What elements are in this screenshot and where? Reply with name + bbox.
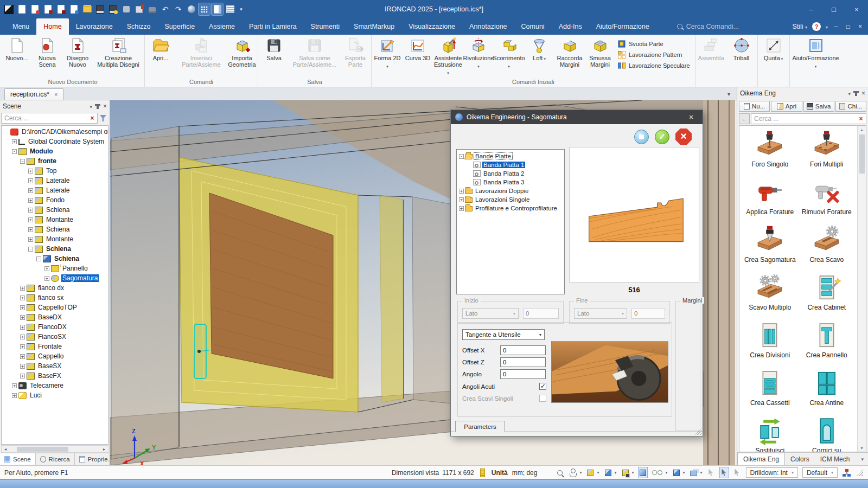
ribbon-svuota-parte[interactable]: Svuota Parte — [617, 40, 690, 48]
menu-tab[interactable]: Annotazione — [462, 18, 514, 35]
catalog-save-button[interactable]: Salva — [803, 101, 834, 112]
parameter-input[interactable]: 0 — [500, 369, 546, 379]
units-label[interactable]: Unità — [492, 469, 508, 477]
ribbon-forma-2d[interactable]: Forma 2D — [372, 36, 403, 71]
solid-display-icon[interactable] — [673, 470, 680, 476]
qat-tool-gray[interactable] — [120, 3, 132, 15]
ribbon-assistente-estrusione[interactable]: Assistente Estrusione — [433, 36, 463, 78]
document-tab-close-icon[interactable]: × — [54, 91, 58, 98]
filter-icon[interactable] — [100, 115, 106, 121]
tree-expander[interactable]: + — [20, 315, 25, 320]
suspend-button[interactable] — [634, 130, 649, 144]
tree-expander[interactable]: + — [28, 217, 33, 222]
ribbon-quota[interactable]: Quota — [758, 36, 789, 63]
config-dropdown[interactable]: Default — [802, 467, 838, 478]
catalog-open-button[interactable]: Apri — [771, 101, 802, 112]
tree-expander[interactable]: - — [12, 149, 17, 154]
catalog-new-button[interactable]: Nu... — [739, 101, 770, 112]
catalog-item-crea-pannello[interactable]: Crea Pannello — [799, 320, 856, 368]
catalog-item-crea-cabinet[interactable]: Crea Cabinet — [799, 272, 856, 320]
scroll-down-icon[interactable]: ▾ — [860, 444, 863, 452]
tree-expander[interactable]: - — [28, 247, 33, 252]
dialog-resize-grip[interactable] — [694, 428, 701, 435]
tree-expander[interactable]: - — [459, 154, 464, 159]
ribbon-lavorazione-pattern[interactable]: Lavorazione Pattern — [617, 50, 690, 59]
tree-item[interactable]: - Schiena — [2, 254, 108, 264]
tree-item[interactable]: + fianco dx — [2, 283, 108, 293]
ribbon-aiuto-formazione[interactable]: Aiuto/Formazione — [790, 36, 841, 71]
dialog-tree-item[interactable]: + Profilature e Controprofilature — [457, 204, 564, 213]
tree-expander[interactable]: + — [20, 364, 25, 369]
app-logo-icon[interactable] — [3, 3, 15, 15]
catalog-item-fori-multipli[interactable]: Fori Multipli — [799, 129, 856, 177]
parameter-input[interactable]: 0 — [500, 345, 546, 355]
tree-item[interactable]: + FiancoDX — [2, 322, 108, 332]
dialog-tree-item[interactable]: Banda Piatta 3 — [457, 178, 564, 187]
tree-expander[interactable]: + — [28, 237, 33, 242]
pointer-active-icon[interactable] — [721, 469, 727, 477]
inizio-value-field[interactable]: 0 — [523, 308, 559, 319]
qat-new-document[interactable] — [68, 3, 80, 15]
scroll-thumb[interactable] — [17, 447, 68, 452]
inizio-side-select[interactable]: Lato — [462, 308, 519, 319]
tree-expander[interactable]: + — [28, 198, 33, 203]
catalog-item-sostituisci[interactable]: Sostituisci — [742, 415, 799, 452]
tree-item[interactable]: + Top — [2, 166, 108, 176]
catalog-scrollbar[interactable]: ▴ ▾ — [857, 126, 866, 452]
ribbon-esporta[interactable]: Esporta Parte — [340, 36, 371, 69]
tree-expander[interactable]: + — [28, 169, 33, 174]
tree-expander[interactable]: + — [20, 296, 25, 300]
ribbon-importa[interactable]: Importa Geometria — [227, 36, 257, 69]
tree-item[interactable]: + BaseFX — [2, 371, 108, 381]
tree-expander[interactable]: + — [20, 305, 25, 310]
ribbon-creazione-multipla[interactable]: Creazione Multipla Disegni — [93, 36, 144, 69]
tab-overflow-icon[interactable]: ▾ — [861, 453, 868, 465]
menu-tab[interactable]: Assieme — [202, 18, 242, 35]
maximize-button[interactable]: □ — [822, 0, 845, 18]
tree-item[interactable]: + FiancoSX — [2, 332, 108, 342]
catalog-tab[interactable]: ICM Mech — [815, 453, 856, 465]
catalog-item-foro-singolo[interactable]: Foro Singolo — [742, 129, 799, 177]
menu-tab[interactable]: Visualizzazione — [401, 18, 462, 35]
tree-item[interactable]: + Frontale — [2, 342, 108, 351]
tree-item[interactable]: + BaseSX — [2, 361, 108, 371]
clear-search-icon[interactable]: × — [856, 115, 866, 123]
tree-expander[interactable]: - — [36, 256, 41, 261]
pin-icon[interactable] — [97, 104, 99, 109]
checkbox[interactable] — [539, 395, 546, 402]
ribbon-apri[interactable]: Apri... — [145, 36, 176, 62]
tree-hscrollbar[interactable]: ◂ ▸ — [1, 445, 108, 453]
tree-item[interactable]: + Sagomatura — [2, 273, 108, 283]
pin-icon[interactable] — [855, 91, 857, 96]
tree-expander[interactable]: + — [12, 393, 17, 398]
tangent-select[interactable]: Tangente a Utensile — [462, 329, 545, 340]
tree-item[interactable]: + Montante — [2, 234, 108, 244]
catalog-item-crea-divisioni[interactable]: Crea Divisioni — [742, 320, 799, 368]
qat-new-scene[interactable] — [16, 3, 28, 15]
chevron-down-icon[interactable] — [848, 89, 851, 97]
dialog-close-button[interactable]: × — [684, 113, 698, 121]
pointer-gray-icon[interactable] — [708, 469, 714, 477]
render-mode-icon[interactable] — [605, 470, 611, 476]
doc-restore-button[interactable]: □ — [845, 23, 852, 30]
catalog-item-crea-cassetti[interactable]: Crea Cassetti — [742, 368, 799, 415]
qat-save-as[interactable] — [107, 3, 119, 15]
ribbon-smussa-margini[interactable]: Smussa Margini — [585, 36, 615, 69]
dialog-tree-item[interactable]: - Bande Piatte — [457, 152, 564, 160]
qat-new-scene-template[interactable] — [29, 3, 41, 15]
catalog-tab[interactable]: Colors — [785, 453, 815, 465]
tree-item[interactable]: + Montante — [2, 215, 108, 224]
ribbon-disegno-nuovo[interactable]: Disegno Nuovo — [62, 36, 93, 69]
ok-button[interactable] — [655, 130, 669, 144]
tree-expander[interactable] — [4, 130, 9, 134]
tree-expander[interactable]: + — [20, 374, 25, 378]
qat-window-view[interactable] — [212, 3, 223, 15]
ribbon-rivoluzione[interactable]: Rivoluzione — [463, 36, 494, 71]
qat-new-drawing-template[interactable] — [55, 3, 67, 15]
tree-item[interactable]: + BaseDX — [2, 312, 108, 322]
document-tab[interactable]: reception.ics* × — [4, 88, 63, 100]
units-value[interactable]: mm; deg — [512, 469, 538, 477]
dialog-tree-item[interactable]: Banda Piatta 2 — [457, 169, 564, 178]
tree-item[interactable]: + Pannello — [2, 264, 108, 273]
ribbon-nuovo[interactable]: Nuovo... — [2, 36, 32, 62]
